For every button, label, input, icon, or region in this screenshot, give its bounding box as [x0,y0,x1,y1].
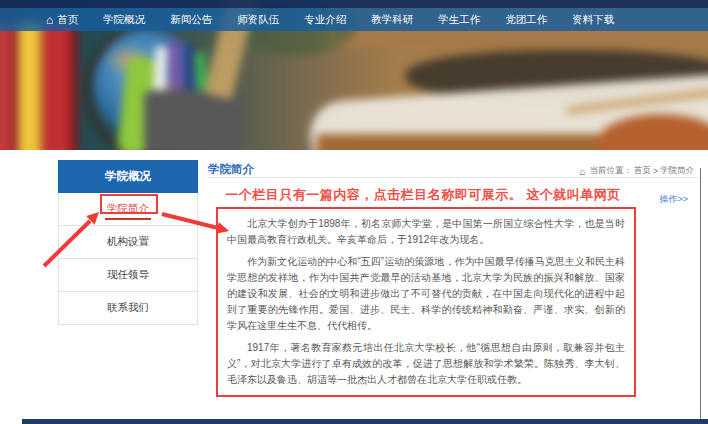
sidebar-item-label: 联系我们 [107,301,149,315]
nav-item-label: 新闻公告 [170,13,212,27]
action-link[interactable]: 操作>> [659,193,688,206]
header-separator [208,177,700,178]
page: ⌂首页学院概况新闻公告师资队伍专业介绍教学科研学生工作党团工作资料下载 学院概况… [0,0,708,424]
active-item-underline [105,218,151,220]
sidebar-item-1[interactable]: 机构设置 [58,226,198,259]
body-paragraph: 1937年卢沟桥事变后，北京大学与清华大学、南开大学南迁长沙，共同组成长沙临时大… [227,394,625,397]
sidebar-items: 学院简介机构设置现任领导联系我们 [58,193,198,325]
body-paragraph: 北京大学创办于1898年，初名京师大学堂，是中国第一所国立综合性大学，也是当时中… [227,216,625,248]
breadcrumb-label: 当前位置： [590,165,633,177]
body-paragraph: 作为新文化运动的中心和“五四”运动的策源地，作为中国最早传播马克思主义和民主科学… [227,254,625,334]
breadcrumb-separator: > [653,166,658,176]
sidebar-item-3[interactable]: 联系我们 [58,292,198,325]
nav-item-label: 资料下载 [572,13,614,27]
books-image [0,22,90,150]
nav-item-8[interactable]: 资料下载 [572,13,614,27]
breadcrumb-current[interactable]: 学院简介 [660,165,694,177]
article-body annotation-box-content: 北京大学创办于1898年，初名京师大学堂，是中国第一所国立综合性大学，也是当时中… [216,207,636,397]
nav-item-5[interactable]: 教学科研 [371,13,413,27]
breadcrumb: ⌂ 当前位置： 首页 > 学院简介 [579,165,694,177]
home-icon: ⌂ [579,166,585,177]
sidebar-header: 学院概况 [58,160,198,193]
sidebar-item-label: 学院简介 [107,202,149,216]
nav-item-3[interactable]: 师资队伍 [237,13,279,27]
nav-item-label: 党团工作 [505,13,547,27]
footer-bar [22,419,708,424]
nav-item-label: 专业介绍 [304,13,346,27]
nav-item-4[interactable]: 专业介绍 [304,13,346,27]
nav-item-0[interactable]: ⌂首页 [46,13,78,27]
main-nav: ⌂首页学院概况新闻公告师资队伍专业介绍教学科研学生工作党团工作资料下载 [0,8,708,31]
sidebar-item-label: 现任领导 [107,268,149,282]
page-right-border [700,168,701,419]
notice-text: 一个栏目只有一篇内容，点击栏目名称即可展示。 这个就叫单网页 [208,186,638,204]
sidebar-item-2[interactable]: 现任领导 [58,259,198,292]
home-icon: ⌂ [46,14,53,26]
nav-item-6[interactable]: 学生工作 [438,13,480,27]
nav-item-label: 首页 [57,13,78,27]
breadcrumb-home-link[interactable]: 首页 [634,165,651,177]
page-title: 学院简介 [208,162,254,177]
nav-item-label: 教学科研 [371,13,413,27]
sidebar-item-label: 机构设置 [107,235,149,249]
nav-item-1[interactable]: 学院概况 [103,13,145,27]
nav-item-7[interactable]: 党团工作 [505,13,547,27]
nav-item-label: 师资队伍 [237,13,279,27]
sidebar-item-0[interactable]: 学院简介 [58,193,198,226]
nav-item-label: 学院概况 [103,13,145,27]
sidebar: 学院概况 学院简介机构设置现任领导联系我们 [58,160,198,325]
nav-item-label: 学生工作 [438,13,480,27]
nav-item-2[interactable]: 新闻公告 [170,13,212,27]
body-paragraph: 1917年，著名教育家蔡元培出任北京大学校长，他“循思想自由原则，取兼容并包主义… [227,340,625,388]
top-strip [0,0,708,8]
